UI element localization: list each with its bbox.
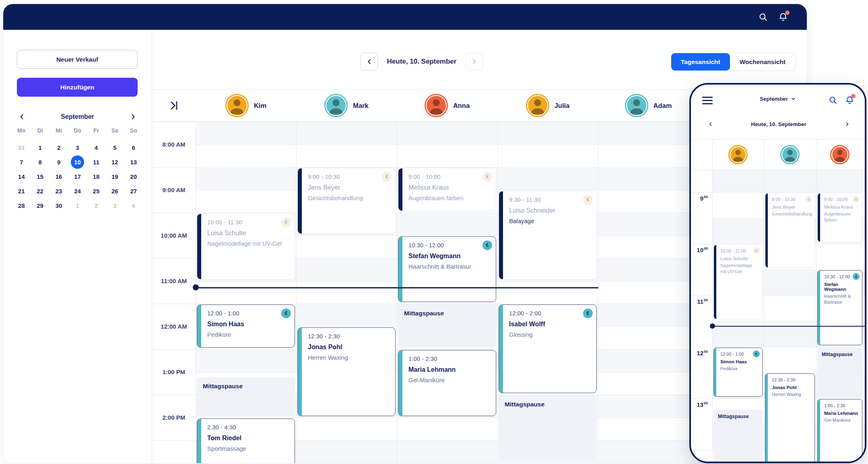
time-label: 1:00 PM [152, 349, 196, 395]
calendar-day-number: 22 [33, 184, 47, 198]
calendar-day[interactable]: 20 [124, 169, 143, 184]
staff-column-header[interactable]: Anna [397, 90, 497, 121]
calendar-day[interactable]: 3 [68, 140, 87, 155]
staff-name: Anna [453, 102, 470, 110]
calendar-day[interactable]: 4 [124, 198, 143, 213]
month-dropdown[interactable]: September [760, 96, 796, 102]
calendar-day[interactable]: 1 [31, 140, 49, 155]
appointment-status-bar [714, 245, 716, 319]
next-day-button[interactable] [465, 53, 483, 70]
calendar-day[interactable]: 28 [12, 198, 31, 213]
new-sale-button[interactable]: Neuer Verkauf [17, 50, 138, 69]
calendar-day[interactable]: 5 [105, 140, 124, 155]
appointment-card[interactable]: 12:00 - 1:00Simon HaasPediküre€ [713, 348, 763, 397]
staff-column-header[interactable] [829, 144, 850, 165]
column-divider [497, 89, 498, 463]
staff-column-header[interactable]: Adam [598, 90, 699, 121]
menu-icon[interactable] [702, 97, 713, 104]
appointment-card[interactable]: 9:00 - 10:30Jens BeyerGesichtsbehandlung… [765, 193, 815, 268]
appointment-card[interactable]: 2.30 - 4:30Tom RiedelSportmassage [197, 418, 295, 464]
appointment-card[interactable]: 9:30 - 11:30Luisa SchneiderBalayage€ [499, 191, 597, 280]
calendar-day[interactable]: 24 [68, 184, 87, 198]
calendar-day[interactable]: 30 [49, 198, 68, 213]
calendar-day[interactable]: 29 [31, 198, 49, 213]
appointment-card[interactable]: 10:00 - 11:30Luisa SchulteNagelmodellage… [197, 213, 295, 280]
calendar-day-number: 16 [52, 170, 66, 183]
calendar-day[interactable]: 21 [12, 184, 31, 198]
week-view-button[interactable]: Wochenansicht [730, 53, 795, 70]
calendar-day[interactable]: 4 [87, 140, 105, 155]
calendar-day[interactable]: 7 [12, 155, 31, 169]
notifications-bell-icon[interactable] [845, 95, 854, 105]
search-icon[interactable] [828, 95, 837, 105]
appointment-card[interactable]: 10:30 - 12:00Stefan WegmannHaarschnitt &… [817, 270, 862, 345]
avatar [225, 94, 249, 117]
calendar-day[interactable]: 18 [87, 169, 105, 184]
calendar-day[interactable]: 22 [31, 184, 49, 198]
calendar-day[interactable]: 12 [105, 155, 124, 169]
calendar-day[interactable]: 2 [87, 198, 105, 213]
appointment-card[interactable]: 9:00 - 10:30Jens BeyerGesichtsbehandlung… [297, 168, 396, 234]
collapse-sidebar-button[interactable] [166, 97, 182, 114]
appointment-card[interactable]: 10:00 - 11:30Luisa SchulteNagelmodellage… [713, 244, 763, 319]
calendar-day[interactable]: 17 [68, 169, 87, 184]
avatar-row-top-border [691, 139, 865, 140]
appointment-service: Gel-Maniküre [408, 376, 491, 384]
calendar-day[interactable]: 6 [124, 140, 143, 155]
appointment-card[interactable]: 12:00 - 2:00Isabel WolffGlossing€ [499, 304, 597, 393]
calendar-day[interactable]: 1 [68, 198, 87, 213]
calendar-day[interactable]: 2 [49, 140, 68, 155]
staff-column-header[interactable] [779, 144, 800, 165]
appointment-card[interactable]: 9:00 - 10:00Melissa KrausAugenbrauen fär… [817, 193, 862, 242]
calendar-day[interactable]: 31 [12, 140, 31, 155]
break-label: Mittagspause [505, 401, 591, 408]
avatar-photo [528, 96, 547, 115]
calendar-day[interactable]: 16 [49, 169, 68, 184]
column-divider [712, 139, 713, 462]
calendar-day[interactable]: 10 [68, 155, 87, 169]
appointment-service: Haarschnitt & Bartrasur [824, 293, 859, 305]
staff-column-header[interactable]: Kim [196, 90, 296, 121]
staff-column-header[interactable]: Julia [497, 90, 598, 121]
calendar-day[interactable]: 19 [105, 169, 124, 184]
view-toggle: Tagesansicht Wochenansicht [671, 53, 796, 71]
notifications-bell-icon[interactable] [778, 12, 788, 22]
appointment-time: 1:00 - 2:30 [408, 356, 491, 362]
appointment-status-bar [499, 191, 503, 279]
calendar-day[interactable]: 26 [105, 184, 124, 198]
day-view-button[interactable]: Tagesansicht [671, 53, 730, 70]
prev-day-icon[interactable] [706, 120, 714, 128]
appointment-card[interactable]: 12:30 - 2:30Jonas PohlHerren Waxing [297, 327, 396, 416]
weekday-label: Fr [87, 127, 105, 134]
next-month-icon[interactable] [128, 112, 138, 122]
appointment-service: Gesichtsbehandlung [772, 211, 811, 217]
search-icon[interactable] [758, 12, 768, 22]
calendar-day[interactable]: 25 [87, 184, 105, 198]
prev-day-button[interactable] [361, 53, 378, 70]
calendar-day[interactable]: 3 [105, 198, 124, 213]
appointment-card[interactable]: 1:00 - 2:30Maria LehmannGel-Maniküre [817, 399, 862, 463]
appointment-card[interactable]: 1:00 - 2:30Maria LehmannGel-Maniküre [398, 350, 496, 416]
grid-hour-line [691, 192, 865, 193]
prev-month-icon[interactable] [17, 112, 27, 122]
calendar-day[interactable]: 13 [124, 155, 143, 169]
calendar-day[interactable]: 8 [31, 155, 49, 169]
calendar-day[interactable]: 23 [49, 184, 68, 198]
calendar-day[interactable]: 15 [31, 169, 49, 184]
calendar-day[interactable]: 27 [124, 184, 143, 198]
calendar-day[interactable]: 14 [12, 169, 31, 184]
add-button[interactable]: Hinzufügen [17, 78, 138, 97]
appointment-card[interactable]: 12:30 - 2:30Jonas PohlHerren Waxing [765, 373, 815, 463]
appointment-card[interactable]: 10:30 - 12:00Stefan WegmannHaarschnitt &… [398, 236, 496, 302]
top-navigation-bar [3, 4, 807, 30]
next-day-icon[interactable] [843, 120, 851, 128]
appointment-status-bar [398, 237, 402, 302]
calendar-day-number: 1 [71, 199, 84, 212]
appointment-card[interactable]: 9:00 - 10:00Melissa KrausAugenbrauen fär… [398, 168, 496, 211]
appointment-card[interactable]: 12:00 - 1:00Simon HaasPediküre€ [197, 304, 295, 348]
appointment-client: Luisa Schulte [720, 256, 759, 261]
calendar-day[interactable]: 9 [49, 155, 68, 169]
calendar-day[interactable]: 11 [87, 155, 105, 169]
staff-column-header[interactable]: Mark [296, 90, 397, 121]
staff-column-header[interactable] [728, 144, 748, 165]
